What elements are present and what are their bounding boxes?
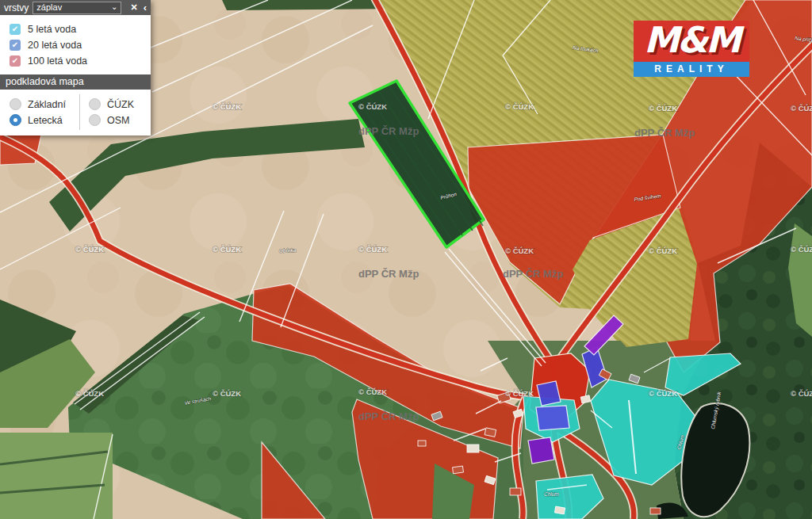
flood-layer-checkbox-1[interactable]: ✔	[10, 40, 21, 51]
cuzk-watermark: © ČÚZK	[649, 246, 677, 255]
cuzk-watermark: © ČÚZK	[75, 245, 104, 254]
basemap-option-label: Letecká	[28, 115, 63, 126]
flood-layer-row: ✔100 letá voda	[10, 55, 141, 67]
building	[418, 441, 426, 446]
cuzk-watermark: © ČÚZK	[358, 387, 387, 396]
building	[554, 506, 565, 514]
building	[510, 488, 521, 495]
cuzk-watermark: © ČÚZK	[649, 389, 677, 398]
layers-panel: vrstvy záplav ⌄ ✕ ‹ ✔5 letá voda✔20 letá…	[0, 0, 151, 135]
basemap-options: ZákladníLetecká ČÚZKOSM	[0, 90, 151, 135]
field-bottom-left	[0, 433, 113, 519]
flood-layer-checkboxes: ✔5 letá voda✔20 letá voda✔100 letá voda	[0, 15, 151, 74]
dpp-watermark: dPP ČR Mžp	[358, 125, 419, 137]
building	[467, 445, 479, 452]
cuzk-watermark: © ČÚZK	[791, 389, 812, 398]
basemap-option-row: OSM	[89, 114, 151, 126]
basemap-column-2: ČÚZKOSM	[79, 94, 151, 130]
cuzk-watermark: © ČÚZK	[649, 104, 677, 113]
basemap-header: podkladová mapa	[0, 74, 151, 90]
basemap-radio-čúzk[interactable]	[89, 98, 101, 110]
dpp-watermark: dPP ČR Mžp	[358, 410, 419, 422]
basemap-radio-letecká[interactable]	[10, 114, 21, 126]
cuzk-watermark: © ČÚZK	[791, 245, 812, 254]
cuzk-watermark: © ČÚZK	[213, 389, 241, 398]
logo-mm-text: M&M	[634, 21, 749, 62]
building	[650, 508, 661, 514]
logo-reality-text: REALITY	[634, 62, 749, 77]
cuzk-watermark: © ČÚZK	[213, 245, 241, 254]
close-icon[interactable]: ✕	[130, 2, 137, 13]
basemap-radio-základní[interactable]	[10, 98, 21, 110]
flood-20yr-zone	[536, 406, 569, 430]
cuzk-watermark: © ČÚZK	[75, 389, 104, 398]
basemap-option-label: Základní	[28, 99, 66, 110]
basemap-column-1: ZákladníLetecká	[0, 94, 79, 130]
flood-layer-label: 5 letá voda	[28, 24, 76, 35]
chevron-down-icon: ⌄	[111, 2, 117, 12]
building	[453, 466, 464, 474]
basemap-option-row: ČÚZK	[89, 98, 151, 110]
layer-select[interactable]: záplav ⌄	[33, 2, 121, 14]
cuzk-watermark: © ČÚZK	[505, 246, 534, 255]
flood-layer-row: ✔20 letá voda	[10, 40, 141, 51]
flood-layer-label: 20 letá voda	[28, 40, 82, 51]
dpp-watermark: dPP ČR Mžp	[503, 268, 563, 280]
field-name-label: Chlum	[544, 491, 559, 497]
dpp-watermark: dPP ČR Mžp	[358, 268, 419, 280]
cuzk-watermark: © ČÚZK	[213, 102, 241, 111]
flood-purple-zone	[528, 437, 554, 464]
field-name-label: Obůrka	[279, 247, 297, 254]
basemap-radio-osm[interactable]	[89, 114, 101, 126]
basemap-option-label: OSM	[107, 115, 129, 126]
basemap-option-label: ČÚZK	[107, 99, 134, 110]
layers-label: vrstvy	[4, 2, 29, 13]
flood-map-app: © ČÚZK© ČÚZK© ČÚZK© ČÚZK© ČÚZK© ČÚZK© ČÚ…	[0, 0, 812, 519]
layers-panel-header: vrstvy záplav ⌄ ✕ ‹	[0, 0, 151, 15]
basemap-option-row: Letecká	[10, 114, 79, 126]
flood-20yr-zone	[537, 381, 561, 406]
mm-reality-logo: M&M REALITY	[634, 21, 749, 77]
flood-layer-label: 100 letá voda	[28, 55, 87, 67]
collapse-icon[interactable]: ‹	[144, 2, 147, 13]
dpp-watermark: dPP ČR Mžp	[634, 127, 695, 139]
flood-layer-row: ✔5 letá voda	[10, 24, 141, 35]
building	[580, 395, 590, 403]
flood-layer-checkbox-0[interactable]: ✔	[10, 24, 21, 35]
basemap-option-row: Základní	[10, 98, 79, 110]
flood-layer-checkbox-2[interactable]: ✔	[10, 55, 21, 67]
cuzk-watermark: © ČÚZK	[358, 245, 387, 254]
cuzk-watermark: © ČÚZK	[505, 389, 534, 398]
layer-select-value: záplav	[36, 2, 62, 13]
cuzk-watermark: © ČÚZK	[791, 104, 812, 113]
cuzk-watermark: © ČÚZK	[505, 102, 534, 111]
cuzk-watermark: © ČÚZK	[358, 102, 387, 111]
